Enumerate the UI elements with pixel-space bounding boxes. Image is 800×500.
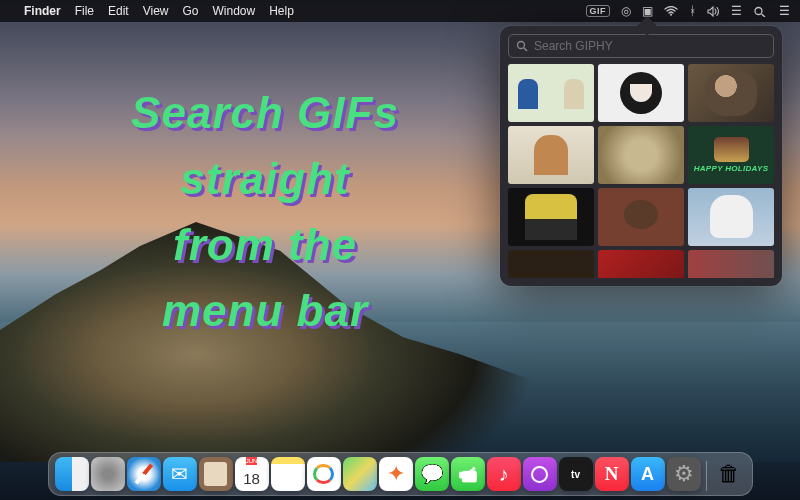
gif-caption: HAPPY HOLIDAYS <box>694 164 769 173</box>
gif-tile[interactable]: HAPPY HOLIDAYS <box>688 126 774 184</box>
gif-tile[interactable] <box>598 188 684 246</box>
calendar-month: JUN <box>246 457 258 465</box>
dock-appstore-icon[interactable] <box>631 457 665 491</box>
dock-reminders-icon[interactable] <box>307 457 341 491</box>
dock-facetime-icon[interactable] <box>451 457 485 491</box>
search-input[interactable] <box>534 39 766 53</box>
dock: JUN 18 tv <box>48 452 753 496</box>
menubar-item-window[interactable]: Window <box>213 4 256 18</box>
gif-tile[interactable] <box>688 250 774 278</box>
gif-tile[interactable] <box>688 188 774 246</box>
svg-point-0 <box>670 14 672 16</box>
search-field-wrap[interactable] <box>508 34 774 58</box>
do-not-disturb-icon[interactable]: ◎ <box>621 4 631 18</box>
svg-line-4 <box>524 48 527 51</box>
gif-tile[interactable] <box>598 250 684 278</box>
dock-finder-icon[interactable] <box>55 457 89 491</box>
svg-point-3 <box>518 42 525 49</box>
menubar-app-name[interactable]: Finder <box>24 4 61 18</box>
dock-maps-icon[interactable] <box>343 457 377 491</box>
hero-line-1: Search GIFs <box>75 80 455 146</box>
bluetooth-icon[interactable]: ᚼ <box>689 4 696 18</box>
svg-point-1 <box>755 7 762 14</box>
dock-container: JUN 18 tv <box>0 452 800 496</box>
wifi-icon[interactable] <box>664 6 678 16</box>
dock-notes-icon[interactable] <box>271 457 305 491</box>
hero-line-2: straight <box>75 146 455 212</box>
gif-results-grid: HAPPY HOLIDAYS <box>508 64 774 278</box>
svg-line-2 <box>762 14 766 17</box>
dock-messages-icon[interactable] <box>415 457 449 491</box>
calendar-day: 18 <box>243 465 260 491</box>
marketing-headline: Search GIFs straight from the menu bar <box>75 80 455 344</box>
airplay-icon[interactable]: ▣ <box>642 4 653 18</box>
gif-search-popover: HAPPY HOLIDAYS <box>500 26 782 286</box>
gif-tile[interactable] <box>508 250 594 278</box>
hero-line-4: menu bar <box>75 278 455 344</box>
menubar-item-file[interactable]: File <box>75 4 94 18</box>
hero-line-3: from the <box>75 212 455 278</box>
dock-launchpad-icon[interactable] <box>91 457 125 491</box>
dock-trash-icon[interactable] <box>712 457 746 491</box>
dock-podcasts-icon[interactable] <box>523 457 557 491</box>
search-icon <box>516 40 528 52</box>
dock-calendar-icon[interactable]: JUN 18 <box>235 457 269 491</box>
gif-tile[interactable] <box>508 64 594 122</box>
gif-tile[interactable] <box>508 188 594 246</box>
gif-tile[interactable] <box>598 126 684 184</box>
dock-mail-icon[interactable] <box>163 457 197 491</box>
dock-safari-icon[interactable] <box>127 457 161 491</box>
dock-separator <box>706 461 707 491</box>
menubar: Finder File Edit View Go Window Help GIF… <box>0 0 800 22</box>
dock-tv-icon[interactable]: tv <box>559 457 593 491</box>
gif-menubar-icon[interactable]: GIF <box>586 5 611 17</box>
dock-contacts-icon[interactable] <box>199 457 233 491</box>
spotlight-icon[interactable] <box>753 6 768 17</box>
volume-icon[interactable] <box>707 6 720 17</box>
gif-tile[interactable] <box>688 64 774 122</box>
menubar-item-go[interactable]: Go <box>183 4 199 18</box>
menubar-item-edit[interactable]: Edit <box>108 4 129 18</box>
dock-news-icon[interactable] <box>595 457 629 491</box>
dock-music-icon[interactable] <box>487 457 521 491</box>
menubar-item-view[interactable]: View <box>143 4 169 18</box>
gif-tile[interactable] <box>508 126 594 184</box>
dock-settings-icon[interactable] <box>667 457 701 491</box>
gif-tile[interactable] <box>598 64 684 122</box>
dock-photos-icon[interactable] <box>379 457 413 491</box>
notification-center-icon[interactable]: ☰ <box>779 4 790 18</box>
control-center-icon[interactable]: ☰ <box>731 4 742 18</box>
menubar-item-help[interactable]: Help <box>269 4 294 18</box>
